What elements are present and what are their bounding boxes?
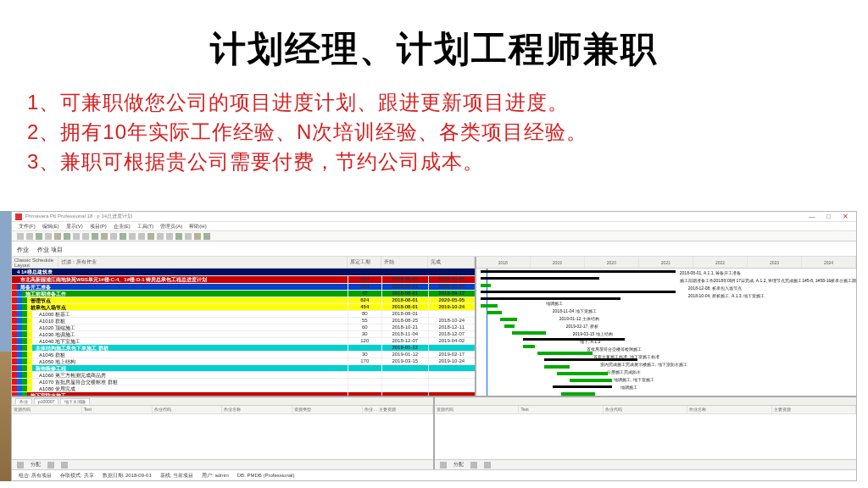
gantt-bar[interactable] (481, 284, 491, 287)
table-row[interactable]: A1050 地上结构1702019-03-152019-10-24 (12, 358, 475, 365)
gantt-bar[interactable] (553, 385, 612, 388)
detail-tab[interactable]: 作业 (15, 398, 32, 404)
toolbar-icon[interactable] (484, 462, 491, 469)
status-bar: 组合: 所有项目 存取模式: 共享 数据日期: 2018-09-01 基线: 当… (12, 469, 856, 480)
table-row[interactable]: A1045 群桩302019-01-122019-02-17 (12, 352, 475, 358)
toolbar-icon[interactable] (82, 233, 89, 240)
gantt-bar[interactable] (561, 392, 595, 396)
maximize-icon[interactable]: □ (821, 213, 836, 220)
table-row[interactable]: A1030 地调施工302018-11-042018-12-07 (12, 331, 475, 338)
gantt-label: 地调施工 (620, 385, 637, 390)
gantt-bar[interactable] (512, 331, 546, 335)
toolbar-icon[interactable] (175, 233, 182, 240)
gantt-bar[interactable] (537, 352, 593, 355)
detail-tab[interactable]: 地下水消隐 (60, 398, 90, 404)
menu-project[interactable]: 项目(P) (90, 223, 107, 230)
table-row[interactable]: A1010 群桩552018-08-252018-10-24 (12, 318, 475, 324)
menu-tools[interactable]: 工具(T) (137, 223, 154, 230)
table-row[interactable]: 桩承包入场节点4542018-08-012019-10-24 (12, 304, 475, 311)
table-row[interactable]: 施工前期准备工作472018-08-012018-09-17 (12, 291, 475, 297)
gantt-bar[interactable] (481, 277, 599, 280)
status-portfolio: 组合: 所有项目 (19, 472, 52, 480)
toolbar-icon[interactable] (101, 233, 108, 240)
gantt-bar[interactable] (487, 311, 502, 314)
table-row[interactable]: A1070 首批房屋符合交楼标准 群桩 (12, 379, 475, 385)
toolbar-icon[interactable] (203, 233, 210, 240)
table-row[interactable]: 主体结构施工承包下单施工 群桩2019-01-12 (12, 345, 475, 352)
table-row[interactable]: A1060 第三方检测完成商品房 (12, 372, 475, 379)
gantt-bar[interactable] (544, 365, 570, 369)
toolbar-icon[interactable] (129, 233, 136, 240)
menu-admin[interactable]: 管理员(A) (160, 223, 182, 230)
toolbar (12, 231, 856, 241)
data-date-line (487, 269, 487, 396)
col-finish: 完成 (428, 257, 475, 268)
table-body[interactable]: 4 1#楼总建筑表市北高新园浦江南地块苑WBS单元1#楼-C-4、1#楼-D-1… (12, 269, 475, 396)
toolbar-icon[interactable] (185, 233, 192, 240)
menu-file[interactable]: 文件(F) (19, 223, 36, 230)
gantt-bar[interactable] (570, 379, 612, 382)
col-start: 开始 (381, 257, 428, 268)
gantt-bar[interactable] (523, 345, 535, 348)
table-row[interactable]: A1080 使用完成 (12, 385, 475, 392)
toolbar-icon[interactable] (17, 233, 24, 240)
bullet-2: 2、拥有10年实际工作经验、N次培训经验、各类项目经验。 (27, 118, 841, 147)
menu-view[interactable]: 显示(V) (66, 223, 83, 230)
gantt-bar[interactable] (523, 338, 625, 341)
gantt-pane[interactable]: 2018201920202021202220232024 2018-08-01,… (476, 257, 856, 396)
toolbar-icon[interactable] (92, 233, 98, 240)
detail-header-right: 资源代码 Text 作业代码 作业名称 主要资源 (435, 406, 856, 414)
toolbar-icon[interactable] (120, 233, 126, 240)
toolbar-icon[interactable] (54, 233, 61, 240)
detail-tab[interactable]: p100007 (34, 398, 58, 404)
detail-col: 作业代码 (604, 406, 687, 413)
gantt-bar[interactable] (557, 372, 608, 375)
table-row[interactable]: 管理节点6242018-08-012020-05-05 (12, 297, 475, 304)
table-row[interactable]: A1000 桩基工802018-08-01 (12, 311, 475, 318)
gantt-bar[interactable] (481, 297, 620, 300)
menu-help[interactable]: 帮助(H) (189, 223, 206, 230)
status-user: 用户: admin (202, 472, 229, 480)
menu-enterprise[interactable]: 企业(E) (114, 223, 131, 230)
gantt-bar[interactable] (504, 324, 515, 328)
gantt-bar[interactable] (500, 318, 517, 321)
menu-bar: 文件(F) 编辑(E) 显示(V) 项目(P) 企业(E) 工具(T) 管理员(… (12, 222, 856, 231)
gantt-bar[interactable] (481, 291, 676, 293)
menu-edit[interactable]: 编辑(E) (42, 223, 59, 230)
toolbar-icon[interactable] (61, 462, 68, 469)
gantt-label: 地调施工, 地下室施工 (614, 377, 654, 382)
toolbar-icon[interactable] (147, 233, 154, 240)
table-row[interactable]: 地下室防水施工 (12, 392, 475, 396)
tab-activities-1[interactable]: 作业 (17, 246, 29, 254)
table-row[interactable]: 筹备开工准备6242018-08-012020-05-05 (12, 284, 475, 291)
gantt-label: 地调施工 (546, 301, 563, 306)
toolbar-icon[interactable] (26, 233, 33, 240)
assign-icon[interactable] (440, 462, 447, 469)
timeline-year: 2021 (639, 257, 693, 268)
toolbar-icon[interactable] (73, 233, 80, 240)
close-icon[interactable]: ✕ (837, 213, 853, 220)
toolbar-icon[interactable] (45, 233, 52, 240)
gantt-bar[interactable] (481, 304, 498, 308)
toolbar-icon[interactable] (138, 233, 145, 240)
assign-icon[interactable] (17, 462, 24, 469)
tab-activities-2[interactable]: 作业 项目 (37, 246, 63, 254)
detail-footer-right: 分配 (435, 459, 856, 469)
gantt-label: 2019-01-12 主体结构 (559, 316, 599, 321)
toolbar-icon[interactable] (47, 462, 54, 469)
toolbar-icon[interactable] (64, 233, 70, 240)
minimize-icon[interactable]: — (804, 213, 820, 220)
toolbar-icon[interactable] (110, 233, 117, 240)
toolbar-icon[interactable] (36, 233, 42, 240)
toolbar-icon[interactable] (166, 233, 173, 240)
table-row[interactable]: A1040 地下室施工1202018-12-072019-04-02 (12, 338, 475, 345)
detail-col: Text (82, 406, 153, 413)
detail-pane-left: 作业 p100007 地下水消隐 资源代码 Text 作业代码 作业名称 资源类… (12, 397, 435, 469)
detail-col: Text (519, 406, 603, 413)
table-row[interactable]: 装饰装修工程 (12, 365, 475, 372)
toolbar-icon[interactable] (470, 462, 477, 469)
toolbar-icon[interactable] (194, 233, 201, 240)
table-row[interactable]: A1020 顶端施工602018-10-212018-12-11 (12, 324, 475, 331)
gantt-bar[interactable] (481, 270, 676, 273)
toolbar-icon[interactable] (157, 233, 164, 240)
